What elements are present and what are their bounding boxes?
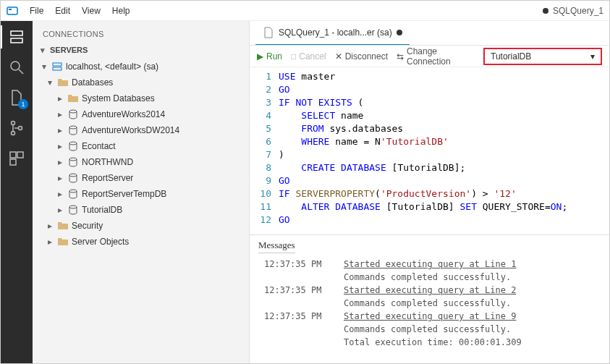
message-row: Total execution time: 00:00:01.309 <box>258 336 601 349</box>
db-node[interactable]: ▸ReportServerTempDB <box>35 186 249 202</box>
message-row: Commands completed successfully. <box>258 323 601 336</box>
messages-header: Messages <box>258 240 295 253</box>
activity-search[interactable] <box>8 59 25 76</box>
db-node[interactable]: ▸AdventureWorksDW2014 <box>35 122 249 138</box>
editor-area: SQLQuery_1 - localh...er (sa) ▶Run □Canc… <box>250 21 609 363</box>
svg-point-6 <box>12 122 15 125</box>
database-icon <box>67 172 79 184</box>
folder-icon <box>57 220 69 232</box>
svg-rect-9 <box>10 152 16 158</box>
svg-rect-13 <box>53 67 62 70</box>
menu-edit[interactable]: Edit <box>49 6 76 16</box>
chevron-right-icon: ▸ <box>56 142 64 151</box>
databases-folder[interactable]: ▾ Databases <box>35 75 249 90</box>
db-node[interactable]: ▸NORTHWND <box>35 154 249 170</box>
folder-label: Server Objects <box>72 237 129 247</box>
svg-point-15 <box>69 126 77 129</box>
database-dropdown[interactable]: TutorialDB ▾ <box>483 48 602 65</box>
code-content[interactable]: USE masterGOIF NOT EXISTS ( SELECT name … <box>279 70 609 234</box>
folder-icon <box>57 77 69 88</box>
code-editor[interactable]: 123456789101112 USE masterGOIF NOT EXIST… <box>250 67 609 234</box>
node-label: ReportServerTempDB <box>82 189 166 199</box>
database-icon <box>67 124 79 136</box>
disconnect-icon: ✕ <box>335 51 342 62</box>
db-node[interactable]: ▸System Databases <box>35 90 249 106</box>
server-label: localhost, <default> (sa) <box>66 62 158 72</box>
svg-rect-12 <box>53 63 62 66</box>
activity-explorer[interactable]: 1 <box>8 89 25 106</box>
query-toolbar: ▶Run □Cancel ✕Disconnect ⇆Change Connect… <box>250 46 609 67</box>
security-folder[interactable]: ▸ Security <box>35 218 249 234</box>
server-node[interactable]: ▾ localhost, <default> (sa) <box>35 59 249 75</box>
activity-bar: 1 <box>1 21 33 363</box>
sidebar-title: CONNECTIONS <box>33 25 249 43</box>
database-icon <box>67 156 79 168</box>
svg-rect-0 <box>7 7 17 14</box>
folder-label: Security <box>72 221 103 231</box>
node-label: AdventureWorksDW2014 <box>82 125 179 135</box>
menu-file[interactable]: File <box>24 6 49 16</box>
stop-icon: □ <box>291 51 296 62</box>
chevron-right-icon: ▸ <box>56 174 64 182</box>
chevron-right-icon: ▸ <box>56 158 64 166</box>
svg-rect-3 <box>11 38 22 43</box>
chevron-right-icon: ▸ <box>56 94 64 103</box>
svg-point-19 <box>69 190 77 192</box>
dirty-indicator <box>543 8 548 14</box>
chevron-right-icon: ▸ <box>56 110 64 119</box>
svg-point-20 <box>69 206 77 208</box>
servers-section-header[interactable]: ▾ SERVERS <box>33 43 249 57</box>
chevron-right-icon: ▸ <box>46 221 54 230</box>
chevron-down-icon: ▾ <box>590 51 595 62</box>
run-button[interactable]: ▶Run <box>257 51 282 62</box>
cancel-button[interactable]: □Cancel <box>291 51 326 62</box>
chevron-down-icon: ▾ <box>46 78 54 87</box>
svg-point-4 <box>11 62 20 70</box>
server-icon <box>51 61 63 72</box>
database-icon <box>67 204 79 216</box>
dropdown-value: TutorialDB <box>491 51 531 62</box>
change-connection-button[interactable]: ⇆Change Connection <box>397 46 475 67</box>
db-node[interactable]: ▸Econtact <box>35 138 249 154</box>
chevron-down-icon: ▾ <box>40 62 48 71</box>
tab-label: SQLQuery_1 - localh...er (sa) <box>279 27 392 38</box>
line-gutter: 123456789101112 <box>250 70 279 234</box>
database-icon <box>67 109 79 120</box>
messages-panel: Messages 12:37:35 PMStarted executing qu… <box>250 234 609 363</box>
node-label: AdventureWorks2014 <box>82 109 165 119</box>
editor-tabs: SQLQuery_1 - localh...er (sa) <box>250 21 609 46</box>
svg-point-14 <box>69 110 77 113</box>
chevron-right-icon: ▸ <box>56 206 64 214</box>
tab-sqlquery[interactable]: SQLQuery_1 - localh...er (sa) <box>255 21 410 45</box>
chevron-right-icon: ▸ <box>56 190 64 198</box>
titlebar: File Edit View Help SQLQuery_1 <box>1 1 609 21</box>
db-node[interactable]: ▸TutorialDB <box>35 202 249 218</box>
menu-help[interactable]: Help <box>106 6 136 16</box>
svg-rect-2 <box>11 31 22 35</box>
disconnect-button[interactable]: ✕Disconnect <box>335 51 388 62</box>
db-node[interactable]: ▸ReportServer <box>35 170 249 186</box>
window-title: SQLQuery_1 <box>553 6 603 16</box>
message-row: 12:37:35 PMStarted executing query at Li… <box>258 258 601 271</box>
explorer-badge: 1 <box>18 99 28 109</box>
db-node[interactable]: ▸AdventureWorks2014 <box>35 106 249 122</box>
menu-view[interactable]: View <box>76 6 106 16</box>
svg-point-18 <box>69 174 77 177</box>
app-icon <box>7 5 18 17</box>
chevron-down-icon: ▾ <box>38 46 47 54</box>
svg-rect-1 <box>9 9 12 10</box>
server-objects-folder[interactable]: ▸ Server Objects <box>35 234 249 250</box>
svg-point-16 <box>69 142 77 145</box>
database-icon <box>67 188 79 200</box>
folder-label: Databases <box>72 77 113 88</box>
activity-servers[interactable] <box>8 28 25 46</box>
activity-source-control[interactable] <box>8 119 25 137</box>
node-label: Econtact <box>82 141 116 151</box>
chevron-right-icon: ▸ <box>56 126 64 135</box>
activity-extensions[interactable] <box>8 150 25 167</box>
server-tree: ▾ localhost, <default> (sa) ▾ Databases … <box>33 57 249 250</box>
database-icon <box>67 140 79 152</box>
chevron-right-icon: ▸ <box>46 237 54 246</box>
message-row: Commands completed successfully. <box>258 297 601 310</box>
message-row: 12:37:35 PMStarted executing query at Li… <box>258 310 601 323</box>
